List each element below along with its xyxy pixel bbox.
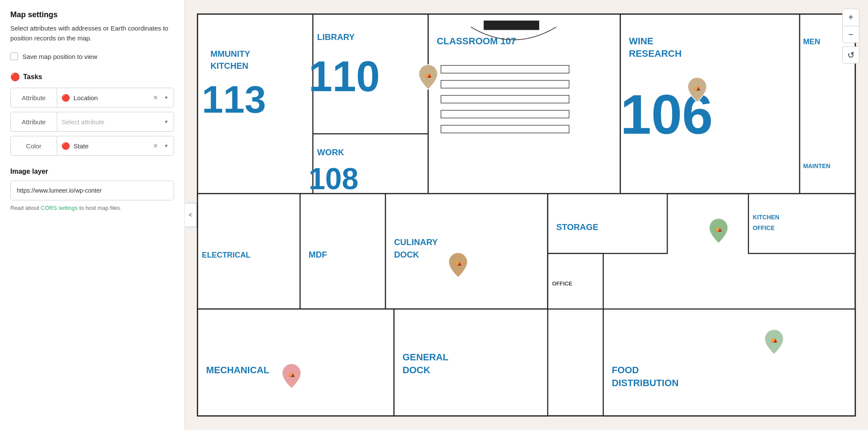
color-value-btn[interactable]: 🔴 State ✕ ▾ [57,136,174,156]
svg-text:⛺: ⛺ [770,336,778,343]
svg-text:GENERAL: GENERAL [403,352,449,362]
svg-text:MECHANICAL: MECHANICAL [206,365,269,375]
save-position-checkbox[interactable] [10,52,18,60]
svg-rect-42 [198,309,394,416]
attribute-row-2: Attribute Select attribute ▾ [10,112,174,132]
color-value-text: State [73,142,147,150]
svg-text:DOCK: DOCK [394,250,419,259]
svg-text:ELECTRICAL: ELECTRICAL [202,251,251,259]
svg-text:DISTRIBUTION: DISTRIBUTION [612,378,679,388]
collapse-icon: < [189,211,193,219]
svg-text:108: 108 [309,162,358,196]
svg-text:LIBRARY: LIBRARY [317,32,355,42]
attribute-value-btn-1[interactable]: 🔴 Location ✕ ▾ [57,88,174,108]
attribute-value-btn-2[interactable]: Select attribute ▾ [57,112,174,132]
attribute-value-text-1: Location [73,94,147,101]
color-dropdown-btn[interactable]: ▾ [163,142,169,150]
cors-note-before: Read about [10,205,41,211]
settings-panel: Map settings Select attributes with addr… [0,0,185,430]
zoom-in-button[interactable]: + [842,9,859,26]
tasks-label: Tasks [23,73,42,81]
svg-text:113: 113 [202,78,266,121]
svg-text:110: 110 [309,52,380,100]
svg-text:FOOD: FOOD [612,365,639,375]
attribute-clear-btn-1[interactable]: ✕ [151,93,160,102]
svg-text:⛺: ⛺ [425,71,432,78]
svg-text:OFFICE: OFFICE [753,224,775,231]
svg-text:⛺: ⛺ [694,84,701,91]
attribute-label-2: Attribute [10,112,57,132]
color-label: Color [10,136,57,156]
svg-text:KITCHEN: KITCHEN [753,214,779,221]
svg-rect-47 [603,309,855,416]
cors-note: Read about CORS settings to host map fil… [10,205,174,211]
save-position-label: Save map position to view [22,53,97,60]
cors-link[interactable]: CORS settings [41,205,78,211]
attribute-row-1: Attribute 🔴 Location ✕ ▾ [10,88,174,108]
tasks-section-header: 🔴 Tasks [10,72,174,82]
svg-text:WORK: WORK [317,147,345,157]
attribute-placeholder-2: Select attribute [61,118,160,126]
svg-rect-19 [484,21,539,30]
cors-note-after: to host map files. [78,205,122,211]
svg-text:WINE: WINE [629,36,654,46]
floor-plan-svg: MMUNITY KITCHEN 113 LIBRARY 110 WORK 108… [185,0,868,430]
svg-text:KITCHEN: KITCHEN [211,61,248,71]
svg-text:MDF: MDF [309,250,327,259]
attribute-label-1: Attribute [10,88,57,108]
color-row: Color 🔴 State ✕ ▾ [10,136,174,156]
attribute-dropdown-btn-2[interactable]: ▾ [163,118,169,126]
svg-text:OFFICE: OFFICE [552,280,573,287]
svg-text:CULINARY: CULINARY [394,237,438,247]
panel-title: Map settings [10,10,174,19]
svg-rect-39 [749,194,855,253]
attribute-value-icon-1: 🔴 [61,94,70,102]
tasks-icon: 🔴 [10,72,20,82]
image-url-input[interactable] [10,181,174,200]
image-layer-section: Image layer Read about CORS settings to … [10,168,174,211]
svg-text:⛺: ⛺ [715,225,723,232]
svg-text:STORAGE: STORAGE [556,222,599,232]
save-position-row[interactable]: Save map position to view [10,52,174,60]
svg-text:⛺: ⛺ [288,370,296,378]
collapse-panel-button[interactable]: < [185,203,197,227]
map-area[interactable]: < + − ↺ MMUNITY KITCHEN 113 LIBRARY 110 … [185,0,868,430]
svg-text:MAINTEN: MAINTEN [803,163,830,169]
reset-button[interactable]: ↺ [842,46,859,64]
svg-text:MMUNITY: MMUNITY [211,49,251,59]
zoom-out-button[interactable]: − [842,26,859,43]
image-layer-title: Image layer [10,168,174,175]
svg-text:⛺: ⛺ [455,259,462,266]
svg-text:RESEARCH: RESEARCH [629,48,682,59]
color-clear-btn[interactable]: ✕ [151,141,160,150]
svg-text:CLASSROOM 107: CLASSROOM 107 [437,36,516,46]
svg-text:MEN: MEN [803,37,820,46]
color-value-icon: 🔴 [61,142,70,150]
panel-description: Select attributes with addresses or Eart… [10,24,174,43]
attribute-dropdown-btn-1[interactable]: ▾ [163,94,169,101]
svg-text:DOCK: DOCK [403,365,431,375]
map-controls: + − ↺ [842,9,859,64]
